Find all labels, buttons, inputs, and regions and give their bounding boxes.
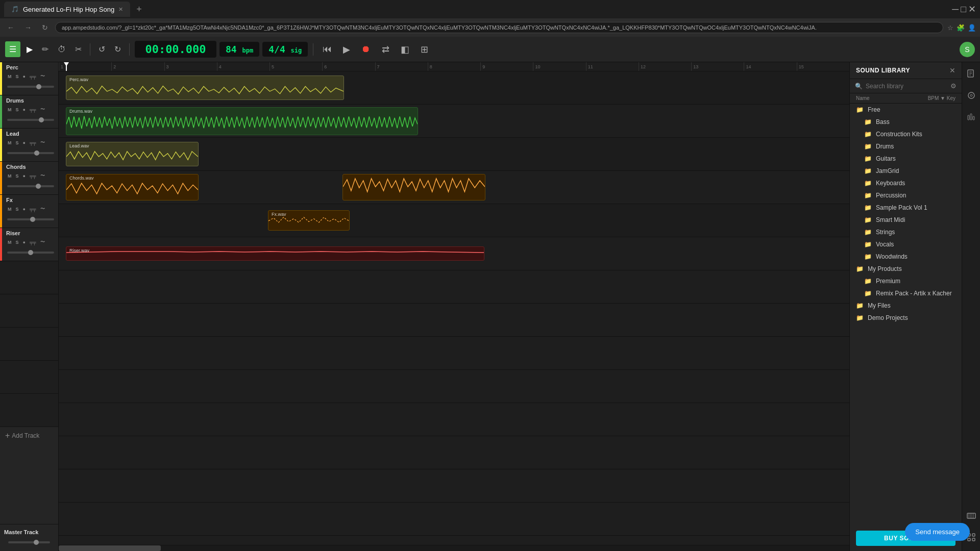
library-search-input[interactable] — [866, 83, 947, 90]
riser-volume-slider[interactable] — [7, 252, 54, 254]
punch-btn[interactable]: ◧ — [397, 42, 413, 57]
chords-vol-btn[interactable]: ╤╤ — [28, 173, 38, 179]
fx-arm-btn[interactable]: ● — [21, 206, 27, 212]
tracks-scroll[interactable]: Perc.wav Drums.wav — [59, 71, 849, 545]
record-btn[interactable]: ⏺ — [357, 42, 375, 57]
lead-clip[interactable]: Lead.wav — [66, 142, 199, 166]
fx-volume-slider[interactable] — [7, 218, 54, 220]
drums-arm-btn[interactable]: ● — [21, 107, 27, 113]
riser-mute-btn[interactable]: M — [6, 239, 13, 245]
lead-solo-btn[interactable]: S — [14, 140, 20, 146]
pencil-tool-btn[interactable]: ✏ — [39, 42, 52, 56]
library-item-smart-midi[interactable]: 📁 Smart Midi — [850, 214, 962, 226]
lead-volume-slider[interactable] — [7, 152, 54, 154]
riser-vol-btn[interactable]: ╤╤ — [28, 239, 38, 245]
library-item-jamgrid[interactable]: 📁 JamGrid — [850, 165, 962, 177]
library-item-my-products[interactable]: 📁 My Products — [850, 263, 962, 275]
chords-volume-slider[interactable] — [7, 185, 54, 187]
library-item-drums[interactable]: 📁 Drums — [850, 140, 962, 153]
perc-fx-btn[interactable]: 〜 — [39, 72, 46, 80]
back-btn[interactable]: ← — [4, 22, 17, 33]
profile-icon[interactable]: 👤 — [968, 24, 976, 32]
library-item-keyboards[interactable]: 📁 Keyboards — [850, 177, 962, 189]
chords-mute-btn[interactable]: M — [6, 173, 13, 179]
drums-solo-btn[interactable]: S — [14, 107, 20, 113]
bottom-scroll[interactable] — [59, 545, 849, 551]
forward-btn[interactable]: → — [21, 22, 35, 33]
fx-mute-btn[interactable]: M — [6, 206, 13, 212]
menu-button[interactable]: ☰ — [5, 41, 20, 57]
perc-clip[interactable]: Perc.wav — [66, 76, 344, 100]
extension-icon[interactable]: 🧩 — [957, 24, 965, 32]
library-item-construction[interactable]: 📁 Construction Kits — [850, 128, 962, 140]
right-sidebar-icon-1[interactable] — [964, 66, 979, 84]
library-item-woodwinds[interactable]: 📁 Woodwinds — [850, 251, 962, 263]
library-item-guitars[interactable]: 📁 Guitars — [850, 153, 962, 165]
library-item-premium[interactable]: 📁 Premium — [850, 275, 962, 287]
library-item-strings[interactable]: 📁 Strings — [850, 226, 962, 238]
library-item-vocals[interactable]: 📁 Vocals — [850, 238, 962, 251]
lead-fx-btn[interactable]: 〜 — [39, 139, 46, 146]
library-item-bass[interactable]: 📁 Bass — [850, 116, 962, 128]
chords-clip-1[interactable]: Chords.wav — [66, 174, 199, 201]
perc-volume-slider[interactable] — [7, 86, 54, 88]
library-item-demo-projects[interactable]: 📁 Demo Projects — [850, 312, 962, 324]
lead-arm-btn[interactable]: ● — [21, 140, 27, 146]
chords-solo-btn[interactable]: S — [14, 173, 20, 179]
perc-vol-btn[interactable]: ╤╤ — [28, 73, 38, 80]
library-item-free[interactable]: 📁 Free — [850, 104, 962, 116]
send-message-btn[interactable]: Send message — [905, 523, 970, 541]
select-tool-btn[interactable]: ▶ — [23, 42, 36, 56]
maximize-btn[interactable]: □ — [961, 4, 966, 15]
drums-fx-btn[interactable]: 〜 — [39, 106, 46, 113]
fx-solo-btn[interactable]: S — [14, 206, 20, 212]
perc-arm-btn[interactable]: ● — [21, 73, 27, 80]
minimize-btn[interactable]: ─ — [952, 4, 959, 15]
drums-volume-slider[interactable] — [7, 119, 54, 121]
perc-mute-btn[interactable]: M — [6, 73, 13, 80]
click-btn[interactable]: ⊞ — [416, 42, 432, 57]
active-tab[interactable]: 🎵 Generated Lo-Fi Hip Hop Song ✕ — [4, 2, 130, 17]
chords-clip-2[interactable] — [342, 174, 485, 201]
riser-clip[interactable]: Riser.wav — [66, 246, 484, 261]
chords-arm-btn[interactable]: ● — [21, 173, 27, 179]
clock-tool-btn[interactable]: ⏱ — [55, 43, 69, 56]
cut-tool-btn[interactable]: ✂ — [72, 42, 85, 56]
library-item-percussion[interactable]: 📁 Percussion — [850, 189, 962, 202]
right-sidebar-icon-4[interactable] — [964, 508, 979, 525]
perc-solo-btn[interactable]: S — [14, 73, 20, 80]
drums-vol-btn[interactable]: ╤╤ — [28, 107, 38, 113]
riser-fx-btn[interactable]: 〜 — [39, 238, 46, 246]
reload-btn[interactable]: ↻ — [39, 22, 51, 33]
add-track-btn[interactable]: + Add Track — [0, 427, 58, 444]
tab-close-btn[interactable]: ✕ — [118, 6, 123, 13]
master-volume-slider[interactable] — [8, 541, 50, 543]
star-icon[interactable]: ☆ — [947, 24, 953, 32]
fx-vol-btn[interactable]: ╤╤ — [28, 206, 38, 212]
skip-back-btn[interactable]: ⏮ — [318, 42, 336, 57]
fx-clip[interactable]: Fx.wav — [268, 210, 350, 231]
lead-vol-btn[interactable]: ╤╤ — [28, 140, 38, 146]
fx-fx-btn[interactable]: 〜 — [39, 205, 46, 213]
lead-mute-btn[interactable]: M — [6, 140, 13, 146]
redo-btn[interactable]: ↻ — [111, 42, 124, 56]
play-btn[interactable]: ▶ — [339, 42, 354, 57]
drums-mute-btn[interactable]: M — [6, 107, 13, 113]
right-sidebar-icon-2[interactable] — [964, 88, 979, 105]
drums-clip[interactable]: Drums.wav — [66, 107, 418, 135]
close-window-btn[interactable]: ✕ — [968, 4, 976, 15]
search-settings-icon[interactable]: ⚙ — [950, 82, 957, 90]
riser-arm-btn[interactable]: ● — [21, 239, 27, 245]
profile-avatar[interactable]: S — [960, 42, 975, 57]
address-input[interactable] — [55, 22, 943, 33]
library-close-btn[interactable]: ✕ — [949, 66, 955, 74]
chords-fx-btn[interactable]: 〜 — [39, 172, 46, 180]
loop-btn[interactable]: ⇄ — [378, 42, 394, 57]
library-item-remix-pack[interactable]: 📁 Remix Pack - Artik x Kacher — [850, 287, 962, 299]
riser-solo-btn[interactable]: S — [14, 239, 20, 245]
library-item-my-files[interactable]: 📁 My Files — [850, 299, 962, 312]
undo-btn[interactable]: ↺ — [95, 42, 108, 56]
library-item-sample-pack[interactable]: 📁 Sample Pack Vol 1 — [850, 202, 962, 214]
new-tab-button[interactable]: + — [132, 4, 146, 15]
right-sidebar-icon-3[interactable] — [964, 109, 979, 127]
